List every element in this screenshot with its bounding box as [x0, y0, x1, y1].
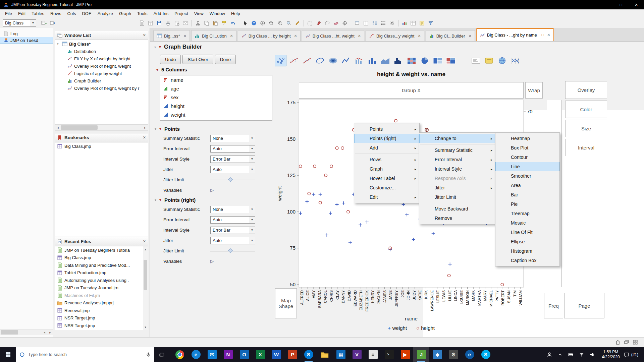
brush-button[interactable] [315, 19, 323, 27]
error-interval-select[interactable]: Auto▼ [210, 145, 255, 153]
zoom-in-button[interactable] [276, 19, 284, 27]
window-list-item-big-class[interactable]: ▾Big Class* [55, 40, 148, 48]
menu-help[interactable]: Help [228, 9, 243, 18]
add-rows-button[interactable] [40, 19, 48, 27]
menu-item-interval-style[interactable]: Interval Style▸ [419, 164, 495, 174]
menu-item-edit[interactable]: Edit▸ [354, 192, 419, 202]
recent-file-tablet-production-jmp[interactable]: Tablet Production.jmp [55, 269, 148, 277]
menu-item-points[interactable]: Points▸ [354, 124, 419, 134]
palette-line[interactable] [340, 55, 352, 66]
recent-file-data-mining-and-predictive-mod[interactable]: Data Mining and Predictive Mod... [55, 261, 148, 269]
done-button[interactable]: Done [215, 55, 236, 64]
menu-doe[interactable]: DOE [79, 9, 94, 18]
zone-interval[interactable]: Interval [565, 139, 607, 156]
menu-item-summary-statistic[interactable]: Summary Statistic▸ [419, 145, 495, 155]
close-icon[interactable]: ✕ [143, 239, 146, 244]
palette-heatmap[interactable] [406, 55, 417, 66]
menu-project[interactable]: Project [171, 9, 191, 18]
zone-wrap[interactable]: Wrap [525, 82, 543, 99]
column-name[interactable]: name [160, 75, 272, 84]
menu-item-contour[interactable]: Contour [495, 153, 559, 162]
menu-item-pie[interactable]: Pie [495, 199, 559, 209]
taskbar-app-terminal[interactable]: >_ [381, 347, 397, 362]
summary-statistic-select[interactable]: None▼ [210, 206, 255, 213]
expander-icon[interactable]: ▷ [210, 259, 214, 264]
recent-file-nsr-target-jmp[interactable]: NSR Target.jmp [55, 322, 148, 329]
close-icon[interactable]: ✕ [547, 33, 550, 37]
undo-button[interactable]: Undo [160, 55, 181, 64]
palette-bar-line[interactable] [353, 55, 365, 66]
microphone-icon[interactable] [146, 352, 151, 357]
menu-item-line[interactable]: Line [495, 162, 559, 171]
palette-mosaic[interactable] [445, 55, 457, 66]
gear-button[interactable] [388, 19, 396, 27]
sidebar-item-jmp-on-tuesd[interactable]: JMP on Tuesd [0, 37, 53, 44]
tab-big-class-ht-weight[interactable]: Big Class ...ht, weight✕ [302, 30, 364, 41]
scroll-right-icon[interactable]: ▸ [142, 125, 148, 130]
taskbar-app-visual-studio[interactable]: V [349, 347, 365, 362]
taskbar-clock[interactable]: 1:59 PM 4/22/2020 [598, 350, 624, 360]
menu-item-box-plot[interactable]: Box Plot [495, 143, 559, 153]
close-icon[interactable]: ✕ [143, 135, 146, 140]
home-icon[interactable] [615, 340, 621, 345]
menu-cols[interactable]: Cols [64, 9, 79, 18]
filter-button[interactable] [427, 19, 435, 27]
close-icon[interactable]: ✕ [230, 34, 233, 38]
menu-item-jitter[interactable]: Jitter▸ [419, 183, 495, 192]
notification-badge[interactable]: (21) [624, 352, 642, 357]
recent-file-big-class-jmp[interactable]: Big Class.jmp [55, 254, 148, 262]
paste-button[interactable] [211, 19, 219, 27]
palette-pie[interactable] [419, 55, 430, 66]
recent-file-nsr-target-jmp[interactable]: NSR Target.jmp [55, 314, 148, 322]
window-list-item-fit-y-by-x-of-weight-by-height[interactable]: Fit Y by X of weight by height [55, 55, 148, 62]
chevron-down-icon[interactable]: ▼ [249, 237, 255, 244]
palette-area[interactable] [379, 55, 391, 66]
recent-files-scrollbar[interactable]: ▴ ▾ [143, 246, 148, 330]
palette-parallel[interactable] [509, 55, 521, 66]
menu-add-ins[interactable]: Add-Ins [150, 9, 171, 18]
close-button[interactable]: ✕ [629, 0, 644, 9]
summary-statistic-select[interactable]: None▼ [210, 135, 255, 142]
taskbar-search[interactable]: Type here to search [16, 347, 154, 362]
menu-item-move-backward[interactable]: Move Backward [419, 204, 495, 214]
menu-item-error-interval[interactable]: Error Interval▸ [419, 155, 495, 164]
menu-tables[interactable]: Tables [29, 9, 47, 18]
menu-item-customize[interactable]: Customize... [354, 183, 419, 192]
tab-big-cl-builder[interactable]: Big Cl...Builder✕ [426, 30, 475, 41]
palette-caption-box[interactable] [470, 55, 482, 66]
palette-formula[interactable] [483, 55, 495, 66]
close-icon[interactable]: ✕ [183, 34, 186, 38]
scroll-up-icon[interactable]: ▴ [143, 246, 148, 252]
print-button[interactable] [164, 19, 172, 27]
palette-contour[interactable] [327, 55, 339, 66]
disclosure-icon[interactable]: ▾ [155, 127, 156, 131]
chevron-down-icon[interactable]: ▼ [249, 145, 255, 152]
menu-item-treemap[interactable]: Treemap [495, 209, 559, 218]
column-weight[interactable]: weight [160, 110, 272, 119]
taskbar-app-powerpoint[interactable]: P [284, 347, 301, 362]
jitter-select[interactable]: Auto▼ [210, 237, 255, 244]
eraser-button[interactable] [332, 19, 340, 27]
jitter-limit-slider[interactable] [210, 248, 255, 254]
matrix-button[interactable] [371, 19, 379, 27]
close-icon[interactable]: ✕ [418, 34, 421, 38]
taskbar-app-edge[interactable]: e [188, 347, 204, 362]
tab-big-ss[interactable]: Big...ss*✕ [153, 30, 190, 41]
taskbar-app-jmp[interactable]: J [413, 347, 429, 362]
menu-item-bar[interactable]: Bar [495, 190, 559, 199]
expander-icon[interactable]: ▾ [57, 42, 60, 46]
new-window-button[interactable] [353, 19, 361, 27]
lasso-button[interactable] [323, 19, 331, 27]
cut-button[interactable] [194, 19, 202, 27]
sidebar-horizontal-scrollbar[interactable]: ◂ ▸ [0, 329, 53, 335]
window-list-scrollbar[interactable]: ◂ ▸ [55, 124, 148, 131]
taskbar-app-word[interactable]: W [268, 347, 284, 362]
close-icon[interactable]: ✕ [143, 33, 146, 38]
zone-color[interactable]: Color [565, 101, 607, 118]
zone-group-x[interactable]: Group X [299, 82, 524, 99]
arrange-windows-icon[interactable] [624, 340, 629, 345]
taskbar-app-onenote[interactable]: N [220, 347, 236, 362]
email-button[interactable] [181, 19, 190, 27]
save-button[interactable] [155, 19, 163, 27]
menu-view[interactable]: View [191, 9, 207, 18]
